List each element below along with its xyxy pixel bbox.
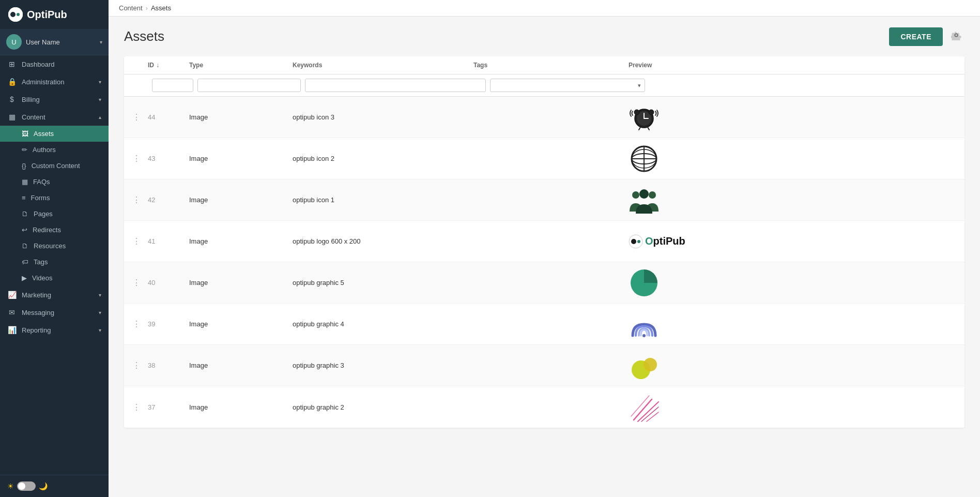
assets-icon: 🖼 [22,130,28,138]
row-type: Image [189,113,293,121]
sidebar-item-administration[interactable]: 🔒 Administration ▾ [0,73,109,91]
sidebar: OptiPub U User Name ▾ ⊞ Dashboard 🔒 Admi… [0,0,109,497]
row-preview [629,102,956,133]
row-preview [629,267,956,298]
sidebar-item-authors[interactable]: ✏ Authors [0,142,109,158]
row-id: 37 [148,403,189,411]
moon-icon: 🌙 [39,482,48,490]
row-menu-icon[interactable]: ⋮ [132,278,148,288]
create-button[interactable]: CREATE [889,27,943,46]
sidebar-item-label: Custom Content [32,162,80,170]
row-menu-icon[interactable]: ⋮ [132,360,148,370]
row-type: Image [189,237,293,245]
content-area: Assets CREATE ID ↓ Type [109,17,980,497]
redirects-icon: ↩ [22,226,27,234]
toggle-knob [18,483,25,490]
chevron-down-icon: ▾ [100,39,102,45]
sidebar-item-pages[interactable]: 🗋 Pages [0,206,109,222]
settings-button[interactable] [948,27,964,46]
row-type: Image [189,196,293,204]
svg-point-17 [649,191,656,199]
sidebar-item-resources[interactable]: 🗋 Resources [0,238,109,254]
col-id-label: ID [148,62,154,69]
topbar: Content › Assets [109,0,980,17]
table-row: ⋮ 37 Image optipub graphic 2 [124,386,964,428]
sidebar-item-billing[interactable]: $ Billing ▾ [0,91,109,108]
svg-point-8 [649,110,654,115]
sidebar-item-dashboard[interactable]: ⊞ Dashboard [0,55,109,73]
row-menu-icon[interactable]: ⋮ [132,195,148,205]
billing-icon: $ [7,95,17,103]
sidebar-item-messaging[interactable]: ✉ Messaging ▾ [0,304,109,321]
filter-id-input[interactable] [152,79,193,92]
svg-point-18 [639,189,649,199]
row-keywords: optipub icon 3 [293,113,473,121]
table-row: ⋮ 39 Image optipub graphic 4 [124,304,964,345]
table-row: ⋮ 44 Image optipub icon 3 [124,97,964,138]
preview-image-pink [629,391,660,423]
filter-type-input[interactable] [197,79,301,92]
filter-type-wrap [197,79,301,92]
filter-tags-select[interactable] [490,79,645,92]
svg-point-23 [642,334,646,337]
username: User Name [26,38,96,46]
row-id: 44 [148,113,189,121]
row-id: 41 [148,237,189,245]
table-header: ID ↓ Type Keywords Tags Preview [124,56,964,74]
row-menu-icon[interactable]: ⋮ [132,402,148,412]
filter-id-wrap [152,79,193,92]
pages-icon: 🗋 [22,210,28,218]
row-keywords: optipub graphic 3 [293,362,473,369]
sort-down-icon: ↓ [156,62,159,69]
sidebar-item-reporting[interactable]: 📊 Reporting ▾ [0,321,109,339]
app-name: OptiPub [27,9,67,21]
col-id[interactable]: ID ↓ [148,62,189,69]
row-menu-icon[interactable]: ⋮ [132,236,148,246]
row-keywords: optipub graphic 5 [293,279,473,287]
sidebar-item-label: Tags [34,258,48,266]
sidebar-item-marketing[interactable]: 📈 Marketing ▾ [0,286,109,304]
filter-keywords-input[interactable] [305,79,486,92]
breadcrumb-separator: › [146,4,148,12]
sidebar-item-label: Redirects [33,226,61,234]
col-preview: Preview [629,62,956,69]
svg-point-16 [632,191,639,199]
col-spacer [132,62,148,69]
svg-point-25 [644,358,657,371]
sidebar-item-redirects[interactable]: ↩ Redirects [0,222,109,238]
breadcrumb-content[interactable]: Content [119,4,143,12]
theme-toggle[interactable]: ☀ 🌙 [7,481,48,491]
sidebar-item-tags[interactable]: 🏷 Tags [0,254,109,270]
resources-icon: 🗋 [22,242,28,250]
sidebar-bottom: ☀ 🌙 [0,475,109,497]
breadcrumb-assets: Assets [151,4,171,12]
sidebar-item-label: FAQs [33,178,50,186]
row-menu-icon[interactable]: ⋮ [132,154,148,163]
theme-switch[interactable] [17,481,36,491]
svg-point-2 [17,13,20,16]
chevron-up-icon: ▴ [99,114,101,120]
row-preview [629,143,956,174]
sun-icon: ☀ [7,482,14,490]
sidebar-item-faqs[interactable]: ▦ FAQs [0,174,109,190]
logo-icon [8,7,23,22]
sidebar-item-custom-content[interactable]: {} Custom Content [0,158,109,174]
row-type: Image [189,403,293,411]
chevron-down-icon: ▾ [99,327,101,333]
gear-icon [951,30,961,40]
sidebar-item-assets[interactable]: 🖼 Assets [0,126,109,142]
sidebar-item-videos[interactable]: ▶ Videos [0,270,109,286]
preview-image-globe [629,143,660,174]
row-menu-icon[interactable]: ⋮ [132,112,148,122]
row-type: Image [189,362,293,369]
sidebar-item-label: Content [22,113,94,121]
user-menu[interactable]: U User Name ▾ [0,29,109,55]
svg-line-10 [648,127,649,130]
row-menu-icon[interactable]: ⋮ [132,319,148,329]
row-preview [629,309,956,340]
marketing-icon: 📈 [7,291,17,299]
sidebar-item-label: Authors [33,146,56,154]
sidebar-item-forms[interactable]: ≡ Forms [0,190,109,206]
preview-image-alarm [629,102,660,133]
sidebar-item-content[interactable]: ▦ Content ▴ [0,108,109,126]
